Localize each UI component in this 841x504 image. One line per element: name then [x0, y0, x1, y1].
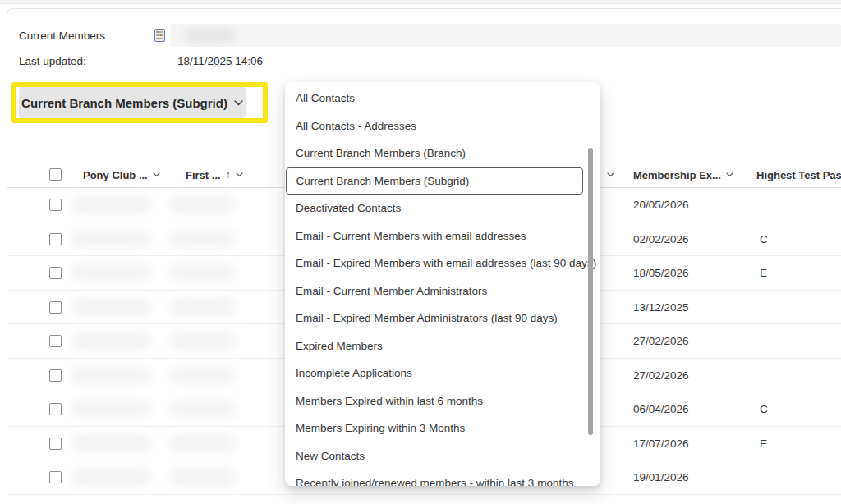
row-checkbox[interactable] — [49, 301, 62, 314]
sort-ascending-icon: ↑ — [226, 169, 231, 181]
dropdown-item-label: Current Branch Members (Branch) — [296, 147, 466, 159]
current-members-value-field[interactable] — [171, 24, 841, 47]
cell-membership-expiry: 20/05/2026 — [633, 188, 689, 222]
redacted-first-name-cell — [170, 469, 236, 485]
chevron-down-icon[interactable] — [153, 172, 160, 177]
column-header-pony-club-label: Pony Club ... — [83, 169, 148, 181]
last-updated-row: Last updated: 18/11/2025 14:06 — [19, 52, 841, 70]
select-all-checkbox[interactable] — [49, 168, 62, 181]
redacted-first-name-cell — [170, 401, 236, 417]
redacted-first-name-cell — [170, 264, 236, 281]
dropdown-item-label: Email - Current Member Administrators — [296, 285, 487, 297]
dropdown-view-item[interactable]: Members Expiring within 3 Months — [285, 415, 600, 442]
column-header-pony-club[interactable]: Pony Club ... — [83, 162, 160, 188]
row-checkbox[interactable] — [49, 233, 62, 245]
dropdown-view-item[interactable]: Email - Current Members with email addre… — [285, 222, 600, 250]
abacus-rollup-icon[interactable] — [154, 29, 171, 42]
dropdown-view-item[interactable]: Expired Members — [285, 332, 600, 360]
cell-membership-expiry: 17/07/2026 — [633, 427, 689, 461]
dropdown-item-label: Deactivated Contacts — [296, 202, 401, 214]
redacted-pony-club-cell — [71, 196, 150, 213]
dropdown-view-item[interactable]: Email - Expired Member Administrators (l… — [285, 305, 600, 332]
dropdown-view-item[interactable]: Current Branch Members (Branch) — [285, 140, 600, 167]
dropdown-view-item[interactable]: New Contacts — [285, 442, 600, 470]
dropdown-view-item[interactable]: Current Branch Members (Subgrid) — [286, 167, 583, 195]
column-header-membership-expiry[interactable]: Membership Ex... — [633, 162, 733, 188]
redacted-pony-club-cell — [71, 332, 150, 349]
cell-highest-test: E — [760, 256, 767, 291]
dropdown-view-item[interactable]: Members Expired within last 6 months — [285, 387, 600, 415]
dropdown-item-label: All Contacts — [296, 92, 355, 104]
dropdown-item-label: Members Expired within last 6 months — [296, 395, 483, 407]
dropdown-item-label: Members Expiring within 3 Months — [296, 422, 465, 434]
last-updated-label: Last updated: — [19, 55, 154, 67]
cell-membership-expiry: 02/02/2026 — [633, 222, 689, 257]
redacted-pony-club-cell — [71, 435, 150, 451]
redacted-pony-club-cell — [71, 469, 150, 485]
current-members-field-row: Current Members — [19, 24, 841, 47]
redacted-first-name-cell — [170, 299, 236, 315]
view-dropdown-list: All Contacts All Contacts - Addresses Cu… — [285, 82, 600, 486]
page-top-divider — [0, 0, 841, 4]
redacted-first-name-cell — [170, 367, 236, 383]
column-header-membership-expiry-label: Membership Ex... — [633, 169, 721, 181]
redacted-pony-club-cell — [71, 299, 150, 315]
dropdown-item-label: Email - Expired Members with email addre… — [296, 257, 596, 269]
dropdown-item-label: Recently joined/renewed members - within… — [296, 477, 573, 486]
last-updated-value: 18/11/2025 14:06 — [177, 55, 263, 67]
dropdown-view-item[interactable]: All Contacts — [285, 85, 600, 112]
row-checkbox[interactable] — [49, 369, 62, 382]
chevron-down-icon[interactable] — [726, 172, 733, 177]
cell-highest-test: C — [760, 222, 768, 257]
column-header-highest-test-label: Highest Test Pas... — [756, 169, 841, 181]
dropdown-item-label: New Contacts — [296, 450, 365, 462]
column-header-highest-test[interactable]: Highest Test Pas... — [756, 162, 841, 188]
dropdown-view-item[interactable]: Email - Current Member Administrators — [285, 277, 600, 305]
redacted-pony-club-cell — [71, 264, 150, 281]
chevron-down-icon[interactable] — [236, 172, 243, 177]
cell-membership-expiry: 18/05/2026 — [633, 256, 689, 291]
cell-membership-expiry: 19/01/2026 — [633, 460, 689, 495]
row-checkbox[interactable] — [49, 335, 62, 347]
cell-highest-test: C — [760, 392, 768, 427]
redacted-first-name-cell — [170, 196, 236, 213]
redacted-first-name-cell — [170, 332, 236, 349]
current-members-label: Current Members — [19, 30, 154, 42]
dropdown-scrollbar-thumb[interactable] — [588, 148, 593, 435]
dropdown-item-label: All Contacts - Addresses — [296, 120, 416, 132]
cell-membership-expiry: 13/12/2025 — [633, 291, 689, 325]
dropdown-view-item[interactable]: Deactivated Contacts — [285, 195, 600, 222]
view-selector-button[interactable]: Current Branch Members (Subgrid) — [19, 87, 246, 118]
redacted-first-name-cell — [170, 435, 236, 451]
row-checkbox[interactable] — [49, 267, 62, 279]
chevron-down-icon — [234, 100, 243, 106]
cell-membership-expiry: 06/04/2026 — [633, 392, 689, 427]
dropdown-item-label: Current Branch Members (Subgrid) — [296, 175, 469, 187]
chevron-down-icon[interactable] — [607, 162, 614, 188]
row-checkbox[interactable] — [49, 471, 62, 483]
dropdown-view-item[interactable]: All Contacts - Addresses — [285, 112, 600, 140]
redacted-pony-club-cell — [71, 367, 150, 383]
row-checkbox[interactable] — [49, 403, 62, 415]
column-header-first-name[interactable]: First ... ↑ — [186, 162, 243, 188]
dropdown-item-label: Email - Expired Member Administrators (l… — [296, 312, 558, 324]
redacted-pony-club-cell — [71, 401, 150, 417]
column-header-first-name-label: First ... — [186, 169, 221, 181]
redacted-first-name-cell — [170, 231, 236, 247]
dropdown-item-label: Expired Members — [296, 340, 383, 352]
row-checkbox[interactable] — [49, 199, 62, 211]
cell-membership-expiry: 27/02/2026 — [633, 324, 689, 359]
dropdown-item-label: Email - Current Members with email addre… — [296, 230, 526, 242]
dropdown-view-item[interactable]: Incomplete Applications — [285, 360, 600, 387]
redacted-pony-club-cell — [71, 231, 150, 247]
cell-highest-test: E — [760, 427, 767, 461]
dropdown-view-item[interactable]: Recently joined/renewed members - within… — [285, 470, 600, 486]
dropdown-view-item[interactable]: Email - Expired Members with email addre… — [285, 250, 600, 277]
dropdown-item-label: Incomplete Applications — [296, 367, 412, 379]
redacted-value — [184, 28, 235, 43]
row-checkbox[interactable] — [49, 438, 62, 450]
cell-membership-expiry: 27/02/2026 — [633, 359, 689, 393]
view-selector-label: Current Branch Members (Subgrid) — [21, 96, 227, 110]
